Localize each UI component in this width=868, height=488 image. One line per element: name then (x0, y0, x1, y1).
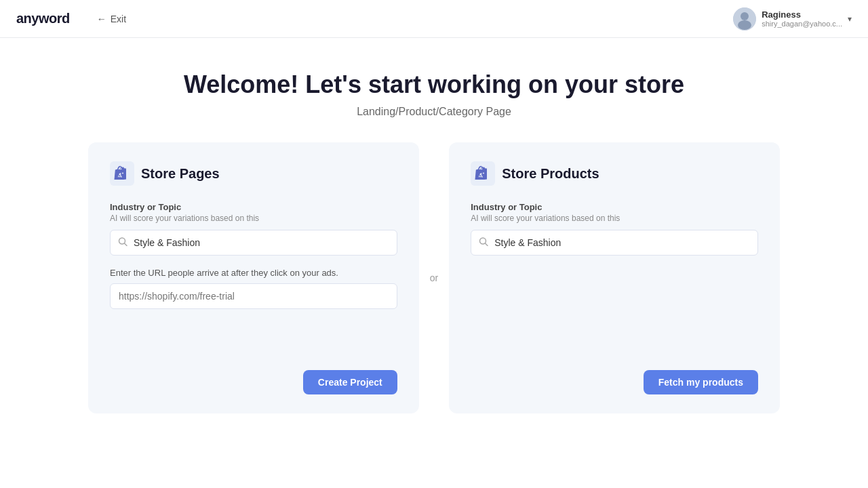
store-pages-url-section: Enter the URL people arrive at after the… (110, 268, 397, 309)
store-pages-search-wrapper (110, 230, 397, 256)
page-subtitle: Landing/Product/Category Page (357, 106, 511, 118)
store-pages-title: Store Pages (141, 166, 220, 182)
logo: anyword (16, 11, 70, 26)
svg-line-8 (486, 243, 488, 246)
store-products-industry-input[interactable] (471, 230, 758, 256)
store-pages-industry-label: Industry or Topic (110, 202, 397, 212)
user-menu[interactable]: Raginess shiry_dagan@yahoo.c... ▾ (733, 7, 852, 30)
store-pages-url-label: Enter the URL people arrive at after the… (110, 268, 397, 278)
store-products-card-header: Store Products (471, 161, 758, 186)
fetch-products-button[interactable]: Fetch my products (644, 370, 758, 394)
main-content: Welcome! Let's start working on your sto… (0, 38, 868, 430)
cards-container: Store Pages Industry or Topic AI will sc… (88, 142, 780, 413)
store-pages-search-icon (118, 237, 127, 249)
store-pages-card-header: Store Pages (110, 161, 397, 186)
user-email: shiry_dagan@yahoo.c... (762, 20, 842, 28)
shopify-products-icon (471, 161, 495, 186)
exit-label: Exit (111, 14, 126, 24)
store-products-card: Store Products Industry or Topic AI will… (449, 142, 780, 413)
svg-rect-6 (471, 161, 495, 186)
store-products-footer: Fetch my products (644, 370, 758, 394)
store-pages-card: Store Pages Industry or Topic AI will sc… (88, 142, 419, 413)
user-name: Raginess (762, 9, 801, 20)
store-products-industry-field: Industry or Topic AI will score your var… (471, 202, 758, 256)
store-pages-footer: Create Project (303, 370, 397, 394)
store-products-industry-label: Industry or Topic (471, 202, 758, 212)
svg-line-5 (125, 243, 127, 246)
shopify-pages-icon (110, 161, 134, 186)
store-products-search-icon (479, 237, 488, 249)
store-pages-url-input[interactable] (110, 283, 397, 309)
store-products-title: Store Products (502, 166, 599, 182)
header-left: anyword ← Exit (16, 11, 132, 27)
chevron-down-icon: ▾ (848, 14, 852, 24)
store-products-industry-sublabel: AI will score your variations based on t… (471, 214, 758, 223)
svg-rect-3 (110, 161, 134, 186)
store-products-search-wrapper (471, 230, 758, 256)
page-title: Welcome! Let's start working on your sto… (184, 70, 684, 99)
svg-point-1 (741, 12, 749, 20)
store-pages-industry-sublabel: AI will score your variations based on t… (110, 214, 397, 223)
exit-button[interactable]: ← Exit (92, 11, 132, 27)
back-arrow-icon: ← (97, 14, 106, 24)
header: anyword ← Exit Raginess shiry_dagan@yaho… (0, 0, 868, 38)
user-info: Raginess shiry_dagan@yahoo.c... (762, 9, 842, 28)
avatar (733, 7, 756, 30)
store-pages-industry-input[interactable] (110, 230, 397, 256)
create-project-button[interactable]: Create Project (303, 370, 397, 394)
or-divider: or (419, 272, 449, 283)
store-pages-industry-field: Industry or Topic AI will score your var… (110, 202, 397, 256)
svg-point-2 (738, 20, 751, 30)
